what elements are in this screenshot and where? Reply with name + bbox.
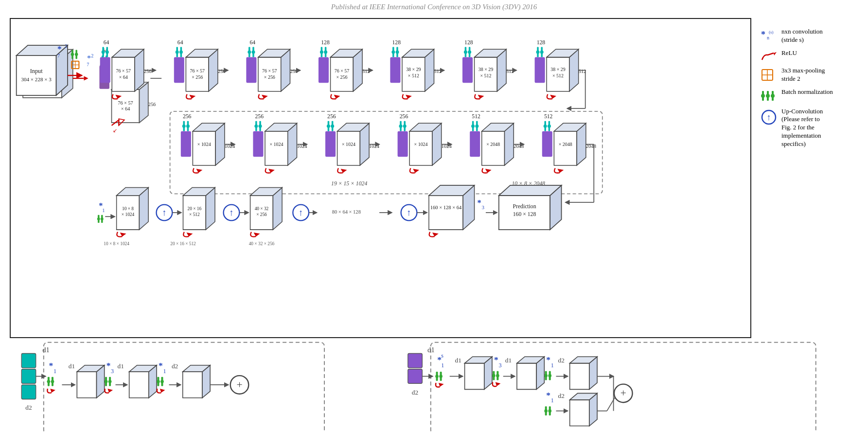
- svg-rect-350: [408, 369, 423, 384]
- svg-point-136: [540, 51, 544, 54]
- svg-point-150: [182, 125, 186, 128]
- svg-point-106: [391, 51, 395, 54]
- svg-text:19 × 15 × 1024: 19 × 15 × 1024: [331, 180, 367, 187]
- svg-point-50: [102, 51, 105, 54]
- svg-marker-32: [17, 55, 56, 95]
- svg-point-152: [186, 125, 190, 128]
- svg-point-381: [544, 374, 548, 378]
- svg-marker-243: [120, 233, 126, 236]
- svg-text:512: 512: [544, 113, 553, 120]
- svg-point-203: [471, 125, 475, 128]
- svg-point-357: [435, 375, 439, 378]
- svg-point-205: [475, 125, 478, 128]
- svg-point-395: [548, 410, 551, 413]
- svg-marker-88: [262, 95, 268, 99]
- svg-marker-328: [129, 372, 149, 398]
- legend-conv-label: nxn convolution(stride s): [781, 28, 823, 44]
- svg-rect-95: [319, 57, 329, 83]
- svg-text:1: 1: [441, 362, 444, 369]
- svg-text:↑: ↑: [299, 207, 303, 217]
- svg-text:*: *: [546, 390, 550, 400]
- svg-marker-74: [189, 95, 195, 99]
- svg-text:*: *: [477, 198, 481, 207]
- header-bar: Published at IEEE International Conferen…: [0, 0, 868, 13]
- svg-text:3: 3: [111, 368, 114, 375]
- svg-marker-313: [50, 389, 55, 393]
- svg-rect-206: [470, 131, 480, 157]
- svg-point-298: [771, 94, 775, 98]
- svg-text:× 512: × 512: [480, 73, 491, 78]
- svg-text:× 64: × 64: [119, 74, 128, 80]
- svg-text:160 × 128 × 64: 160 × 128 × 64: [430, 205, 462, 210]
- network-diagram-main: Input 304 × 228 × 3 * 2 7: [11, 19, 750, 337]
- svg-text:304 × 228 × 3: 304 × 228 × 3: [21, 76, 52, 82]
- svg-text:d2: d2: [412, 389, 418, 396]
- svg-text:256: 256: [290, 69, 298, 74]
- bottom-diagram-svg: d1 d2 * 1 d1: [10, 339, 858, 432]
- svg-marker-159: [196, 169, 202, 173]
- svg-text:10 × 8: 10 × 8: [122, 206, 134, 211]
- svg-marker-212: [485, 169, 492, 173]
- svg-text:↑: ↑: [767, 112, 771, 122]
- svg-point-176: [327, 125, 330, 128]
- svg-text:256: 256: [255, 113, 264, 120]
- svg-text:+: +: [236, 379, 242, 391]
- svg-rect-302: [21, 354, 36, 368]
- svg-text:10 × 8 × 1024: 10 × 8 × 1024: [104, 241, 129, 246]
- svg-text:76 × 57: 76 × 57: [116, 68, 130, 73]
- svg-point-120: [464, 51, 467, 54]
- bn-icon: [760, 89, 778, 103]
- svg-text:× 1024: × 1024: [269, 142, 283, 147]
- svg-point-134: [536, 51, 539, 54]
- svg-text:38 × 29: 38 × 29: [478, 67, 493, 72]
- svg-rect-219: [542, 131, 552, 157]
- svg-text:2: 2: [65, 43, 67, 49]
- svg-text:d1: d1: [455, 357, 461, 364]
- svg-point-92: [320, 51, 323, 54]
- bottom-diagram-container: d1 d2 * 1 d1: [0, 339, 868, 432]
- svg-point-234: [97, 217, 100, 220]
- svg-text:*: *: [494, 355, 498, 365]
- legend-upconv-label: Up-Convolution(Please refer toFig. 2 for…: [781, 108, 823, 148]
- svg-marker-185: [341, 169, 347, 173]
- svg-marker-289: [774, 52, 777, 55]
- relu-icon: [760, 50, 778, 62]
- svg-marker-198: [413, 169, 419, 173]
- svg-marker-167: [265, 131, 288, 165]
- svg-marker-277: [432, 233, 439, 236]
- svg-text:3: 3: [498, 362, 501, 369]
- svg-text:76 × 57: 76 × 57: [335, 68, 349, 73]
- svg-text:*: *: [57, 44, 62, 54]
- svg-rect-349: [408, 354, 423, 368]
- svg-rect-153: [181, 131, 191, 157]
- svg-text:d2: d2: [172, 363, 178, 370]
- svg-text:1: 1: [163, 368, 166, 375]
- svg-rect-137: [535, 57, 545, 83]
- svg-text:× 1024: × 1024: [342, 142, 355, 147]
- svg-text:× 1024: × 1024: [197, 142, 211, 147]
- svg-point-336: [160, 380, 164, 383]
- svg-text:512: 512: [434, 69, 442, 74]
- svg-text:7: 7: [57, 53, 60, 58]
- svg-text:40 × 32: 40 × 32: [255, 206, 269, 211]
- svg-marker-193: [409, 131, 432, 165]
- svg-marker-144: [550, 95, 556, 99]
- legend-maxpool-label: 3x3 max-poolingstride 2: [781, 67, 825, 83]
- svg-point-66: [179, 51, 183, 54]
- svg-text:76 × 57: 76 × 57: [262, 68, 277, 73]
- svg-point-369: [492, 374, 496, 378]
- svg-text:× 1024: × 1024: [122, 212, 135, 217]
- upconv-icon: ↑: [760, 108, 778, 126]
- svg-text:(s): (s): [769, 30, 774, 35]
- svg-point-218: [548, 125, 551, 128]
- svg-text:Input: Input: [30, 68, 43, 74]
- legend-conv: * (s) n nxn convolution(stride s): [760, 28, 858, 44]
- svg-point-165: [259, 125, 262, 128]
- svg-marker-325: [107, 389, 113, 393]
- svg-text:1: 1: [53, 368, 56, 375]
- svg-marker-172: [268, 169, 275, 173]
- svg-text:× 256: × 256: [192, 74, 203, 80]
- svg-text:× 512: × 512: [189, 212, 200, 217]
- svg-text:1: 1: [102, 208, 105, 213]
- svg-point-78: [248, 51, 251, 54]
